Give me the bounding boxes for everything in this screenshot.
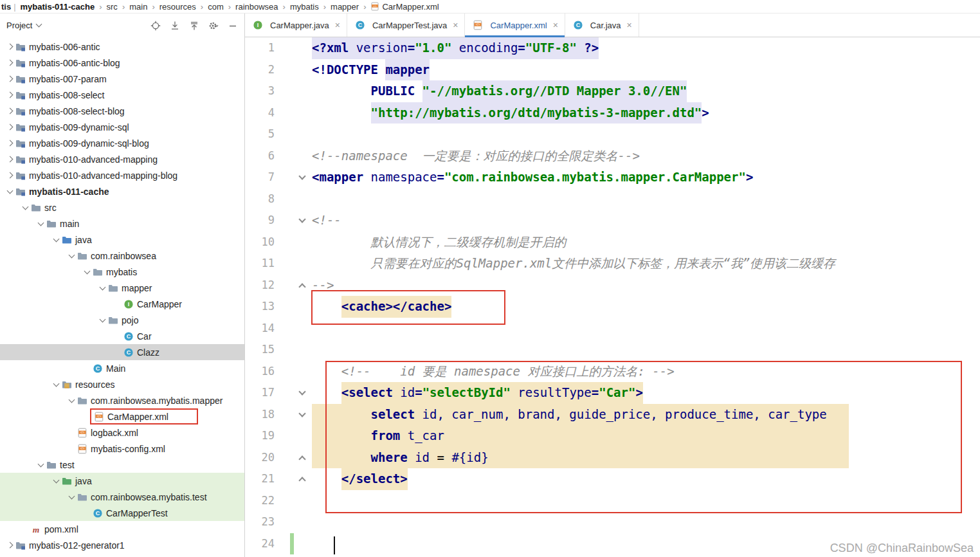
breadcrumb-item-resources[interactable]: resources: [159, 2, 196, 12]
tree-item-mybatis-006-antic[interactable]: mybatis-006-antic: [0, 39, 244, 55]
code-line-8[interactable]: 8: [245, 188, 980, 210]
code-line-21[interactable]: 21 </select>: [245, 468, 980, 490]
chevron-down-icon[interactable]: [82, 270, 91, 273]
chevron-right-icon[interactable]: [5, 77, 14, 81]
fold-up-icon[interactable]: [294, 447, 312, 469]
chevron-down-icon[interactable]: [98, 318, 107, 322]
close-icon[interactable]: ×: [627, 20, 632, 30]
chevron-down-icon[interactable]: [67, 495, 76, 498]
chevron-down-icon[interactable]: [98, 286, 107, 289]
chevron-down-icon[interactable]: [51, 479, 60, 482]
locate-icon[interactable]: [150, 21, 161, 31]
tree-item-mybatis-009-dynamic-sql[interactable]: mybatis-009-dynamic-sql: [0, 119, 244, 135]
tree-item-CarMapper[interactable]: ICarMapper: [0, 296, 244, 312]
chevron-right-icon[interactable]: [5, 109, 14, 113]
tree-item-mybatis-config.xml[interactable]: </>mybatis-config.xml: [0, 441, 244, 457]
tree-item-mybatis-010-advanced-mapping-blog[interactable]: mybatis-010-advanced-mapping-blog: [0, 167, 244, 183]
fold-down-icon[interactable]: [294, 210, 312, 232]
code-line-18[interactable]: 18 select id, car_num, brand, guide_pric…: [245, 404, 980, 426]
tree-item-test[interactable]: test: [0, 457, 244, 473]
tree-item-resources[interactable]: resources: [0, 376, 244, 392]
fold-down-icon[interactable]: [294, 404, 312, 426]
chevron-down-icon[interactable]: [51, 383, 60, 386]
code-line-11[interactable]: 11 只需要在对应的SqlMapper.xml文件中添加以下标签，用来表示“我”…: [245, 253, 980, 275]
tree-item-Main[interactable]: CMain: [0, 360, 244, 376]
chevron-down-icon[interactable]: [5, 190, 14, 193]
tree-item-mybatis-008-select-blog[interactable]: mybatis-008-select-blog: [0, 103, 244, 119]
chevron-right-icon[interactable]: [5, 157, 14, 161]
fold-down-icon[interactable]: [294, 382, 312, 404]
fold-down-icon[interactable]: [294, 167, 312, 188]
chevron-right-icon[interactable]: [5, 125, 14, 129]
hide-icon[interactable]: [228, 21, 238, 31]
chevron-down-icon[interactable]: [21, 206, 30, 209]
tree-item-mybatis-012-generator1[interactable]: mybatis-012-generator1: [0, 537, 244, 553]
tab-CarMapper.java[interactable]: ICarMapper.java×: [245, 14, 347, 37]
tree-item-Car[interactable]: CCar: [0, 328, 244, 344]
tree-item-logback.xml[interactable]: </>logback.xml: [0, 425, 244, 441]
tree-item-com.rainbowsea[interactable]: com.rainbowsea: [0, 248, 244, 264]
code-line-23[interactable]: 23: [245, 511, 980, 533]
tree-item-CarMapper.xml[interactable]: </>CarMapper.xml: [0, 408, 244, 425]
tree-item-mybatis-010-advanced-mapping[interactable]: mybatis-010-advanced-mapping: [0, 151, 244, 167]
scroll-down-icon[interactable]: [170, 21, 180, 31]
breadcrumb-item-main[interactable]: main: [129, 2, 147, 12]
tree-item-java[interactable]: java: [0, 473, 244, 489]
breadcrumb-item-src[interactable]: src: [107, 2, 118, 12]
code-line-15[interactable]: 15: [245, 339, 980, 361]
breadcrumb-item-CarMapper.xml[interactable]: </>CarMapper.xml: [370, 2, 439, 12]
chevron-right-icon[interactable]: [5, 543, 14, 547]
code-line-13[interactable]: 13 <cache></cache>: [245, 296, 980, 318]
code-line-20[interactable]: 20 where id = #{id}: [245, 447, 980, 469]
fold-up-icon[interactable]: [294, 275, 312, 297]
code-line-9[interactable]: 9<!--: [245, 210, 980, 232]
code-line-17[interactable]: 17 <select id="selectById" resultType="C…: [245, 382, 980, 404]
breadcrumb-item-com[interactable]: com: [208, 2, 224, 12]
chevron-down-icon[interactable]: [36, 222, 45, 225]
tree-item-com.rainbowsea.mybatis.test[interactable]: com.rainbowsea.mybatis.test: [0, 489, 244, 505]
tab-CarMapperTest.java[interactable]: CCarMapperTest.java×: [347, 14, 466, 37]
chevron-right-icon[interactable]: [5, 60, 14, 65]
tree-item-Clazz[interactable]: CClazz: [0, 344, 244, 360]
code-line-6[interactable]: 6<!--namespace 一定要是：对应的接口的全限定类名-->: [245, 145, 980, 167]
project-dropdown[interactable]: Project: [6, 21, 41, 30]
code-line-3[interactable]: 3 PUBLIC "-//mybatis.org//DTD Mapper 3.0…: [245, 80, 980, 102]
code-editor[interactable]: 1<?xml version="1.0" encoding="UTF-8" ?>…: [245, 37, 980, 557]
chevron-down-icon[interactable]: [67, 254, 76, 257]
tree-item-pom.xml[interactable]: mpom.xml: [0, 521, 244, 537]
tree-item-mybatis[interactable]: mybatis: [0, 264, 244, 280]
breadcrumb-item-mybatis-011-cache[interactable]: mybatis-011-cache: [21, 2, 95, 12]
chevron-right-icon[interactable]: [5, 44, 14, 49]
tree-item-com.rainbowsea.mybatis.mapper[interactable]: com.rainbowsea.mybatis.mapper: [0, 392, 244, 408]
code-line-19[interactable]: 19 from t_car: [245, 425, 980, 447]
chevron-down-icon[interactable]: [67, 399, 76, 402]
tree-item-CarMapperTest[interactable]: CCarMapperTest: [0, 505, 244, 521]
fold-up-icon[interactable]: [294, 468, 312, 490]
chevron-down-icon[interactable]: [51, 238, 60, 241]
code-line-4[interactable]: 4 "http://mybatis.org/dtd/mybatis-3-mapp…: [245, 102, 980, 124]
chevron-down-icon[interactable]: [36, 463, 45, 466]
tab-CarMapper.xml[interactable]: </>CarMapper.xml×: [465, 14, 565, 37]
tree-item-java[interactable]: java: [0, 232, 244, 248]
code-line-14[interactable]: 14: [245, 318, 980, 340]
close-icon[interactable]: ×: [453, 20, 458, 30]
breadcrumb-item-rainbowsea[interactable]: rainbowsea: [235, 2, 278, 12]
tree-item-pojo[interactable]: pojo: [0, 312, 244, 328]
tree-item-mybatis-006-antic-blog[interactable]: mybatis-006-antic-blog: [0, 55, 244, 71]
code-line-1[interactable]: 1<?xml version="1.0" encoding="UTF-8" ?>: [245, 37, 980, 59]
code-line-5[interactable]: 5: [245, 123, 980, 145]
tab-Car.java[interactable]: CCar.java×: [565, 14, 639, 37]
collapse-all-icon[interactable]: [189, 21, 199, 31]
close-icon[interactable]: ×: [553, 20, 558, 30]
tree-item-main[interactable]: main: [0, 215, 244, 232]
code-line-2[interactable]: 2<!DOCTYPE mapper: [245, 59, 980, 81]
code-line-10[interactable]: 10 默认情况下，二级缓存机制是开启的: [245, 232, 980, 253]
breadcrumb-item-mapper[interactable]: mapper: [331, 2, 359, 12]
code-line-12[interactable]: 12-->: [245, 275, 980, 297]
chevron-right-icon[interactable]: [5, 173, 14, 178]
code-line-22[interactable]: 22: [245, 490, 980, 512]
tree-item-mapper[interactable]: mapper: [0, 280, 244, 296]
code-line-16[interactable]: 16 <!-- id 要是 namespace 对应接口上的方法名: -->: [245, 361, 980, 383]
tree-item-mybatis-007-param[interactable]: mybatis-007-param: [0, 71, 244, 87]
tree-item-mybatis-008-select[interactable]: mybatis-008-select: [0, 87, 244, 103]
